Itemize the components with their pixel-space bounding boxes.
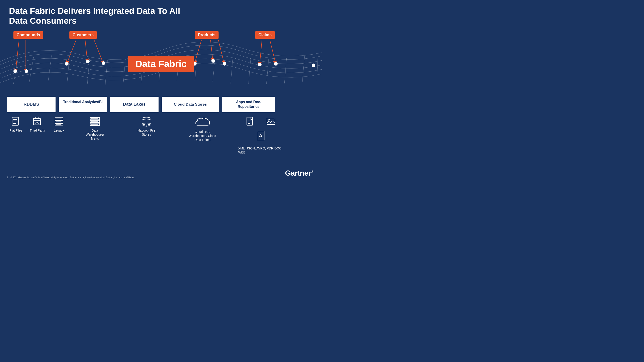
image-item	[262, 117, 280, 128]
apps-label: XML, JSON, AVRO, PDF, DOC, WEB	[238, 146, 283, 154]
wave-section: Compounds Customers Products Claims Data…	[0, 29, 322, 92]
svg-point-32	[102, 61, 105, 65]
flat-files-label: Flat Files	[10, 128, 22, 132]
label-compounds: Compounds	[14, 31, 43, 39]
svg-point-29	[25, 69, 28, 73]
svg-line-17	[317, 55, 318, 80]
copyright-text: © 2021 Gartner, Inc. and/or its affiliat…	[10, 176, 134, 179]
flat-files-icon	[11, 117, 21, 127]
label-customers: Customers	[70, 31, 97, 39]
label-claims: Claims	[255, 31, 275, 39]
svg-line-27	[270, 40, 276, 63]
category-analytics: Traditional Analytics/BI	[58, 96, 108, 113]
gartner-logo: Gartner®	[285, 169, 313, 177]
third-party-item: Third Party	[28, 117, 46, 132]
svg-line-15	[284, 58, 286, 83]
flat-files-item: Flat Files	[7, 117, 25, 132]
footer: 4 © 2021 Gartner, Inc. and/or its affili…	[7, 176, 134, 179]
svg-point-59	[142, 117, 151, 120]
svg-point-31	[86, 60, 90, 63]
svg-rect-62	[247, 117, 252, 125]
svg-line-3	[67, 57, 70, 83]
svg-line-5	[105, 60, 108, 85]
xml-icon	[246, 117, 254, 127]
legacy-icon	[54, 117, 64, 127]
data-fabric-label: Data Fabric	[128, 56, 194, 72]
svg-point-67	[268, 119, 270, 121]
svg-point-38	[312, 63, 315, 67]
svg-line-20	[67, 40, 76, 63]
data-warehouses-icon	[90, 117, 100, 127]
third-party-icon	[32, 117, 42, 127]
svg-line-2	[48, 55, 52, 82]
svg-line-22	[94, 40, 103, 63]
rdbms-items: Flat Files Third Party	[7, 117, 68, 132]
cloud-items: Cloud Data Warehouses, Cloud Data Lakes	[173, 117, 232, 142]
doc-icon: A	[256, 131, 265, 140]
svg-line-23	[195, 40, 202, 63]
svg-line-18	[16, 40, 19, 70]
hadoop-label: Hadoop, File Stores	[135, 128, 158, 136]
categories-row: RDBMS Traditional Analytics/BI Data Lake…	[7, 96, 315, 113]
apps-items: A XML, JSON, AVRO, PDF, DOC, WEB	[234, 117, 288, 154]
svg-point-30	[65, 62, 68, 65]
third-party-label: Third Party	[30, 128, 45, 132]
xml-item	[241, 117, 260, 128]
gartner-text: Gartner	[285, 169, 311, 177]
bottom-section: RDBMS Traditional Analytics/BI Data Lake…	[0, 96, 322, 154]
cloud-label: Cloud Data Warehouses, Cloud Data Lakes	[187, 130, 218, 142]
analytics-items: Data Warehouses/ Marts	[70, 117, 120, 141]
page-title: Data Fabric Delivers Integrated Data To …	[9, 6, 192, 26]
legacy-label: Legacy	[54, 128, 64, 132]
category-lakes: Data Lakes	[110, 96, 159, 113]
svg-point-37	[274, 62, 278, 65]
legacy-item: Legacy	[50, 117, 68, 132]
icons-row: Flat Files Third Party	[7, 117, 315, 154]
svg-point-34	[212, 59, 215, 63]
svg-line-6	[123, 59, 126, 84]
svg-line-21	[85, 40, 87, 60]
svg-line-16	[302, 56, 304, 82]
category-rdbms: RDBMS	[7, 96, 56, 113]
cloud-icon	[194, 117, 210, 128]
svg-line-26	[260, 40, 262, 64]
image-icon	[266, 117, 276, 127]
svg-text:A: A	[259, 133, 262, 138]
svg-line-14	[266, 59, 269, 84]
svg-rect-66	[267, 118, 275, 124]
category-cloud: Cloud Data Stores	[161, 96, 220, 113]
hadoop-item: Hadoop, File Stores	[135, 117, 158, 136]
svg-point-28	[14, 69, 17, 73]
lakes-items: Hadoop, File Stores	[122, 117, 171, 136]
svg-line-13	[248, 58, 251, 84]
cloud-item: Cloud Data Warehouses, Cloud Data Lakes	[187, 117, 218, 142]
svg-point-36	[258, 63, 262, 66]
svg-line-12	[231, 58, 233, 83]
data-warehouses-label: Data Warehouses/ Marts	[86, 128, 104, 141]
category-apps: Apps and Doc. Repositories	[222, 96, 276, 113]
svg-point-35	[223, 62, 226, 65]
hadoop-icon	[140, 117, 152, 127]
page-number: 4	[7, 176, 8, 179]
svg-line-1	[29, 57, 34, 83]
svg-rect-39	[12, 117, 18, 125]
doc-item: A	[252, 131, 270, 142]
data-warehouses-item: Data Warehouses/ Marts	[86, 117, 104, 141]
label-products: Products	[195, 31, 218, 39]
